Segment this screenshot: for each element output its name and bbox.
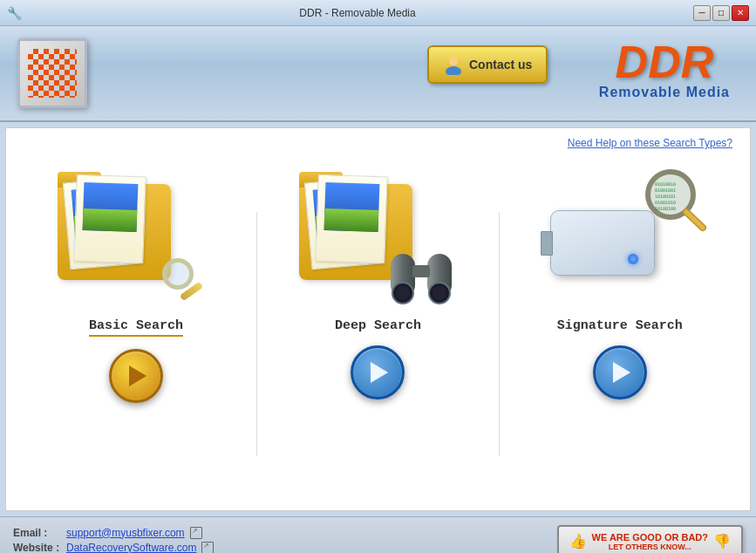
drive-magnifier: 01010010 01001001 10100101 01001010 1010… bbox=[637, 167, 707, 232]
magnifier-icon bbox=[153, 258, 206, 306]
titlebar-controls: ─ □ ✕ bbox=[693, 5, 749, 21]
svg-point-8 bbox=[432, 286, 446, 300]
svg-text:01010010: 01010010 bbox=[655, 181, 676, 187]
website-link[interactable]: DataRecoverySoftware.com bbox=[66, 542, 196, 554]
logo-box bbox=[17, 38, 87, 108]
deep-search-label: Deep Search bbox=[335, 318, 421, 333]
folder-papers-basic bbox=[66, 175, 153, 276]
minimize-button[interactable]: ─ bbox=[693, 5, 711, 21]
svg-text:01001010: 01001010 bbox=[655, 200, 676, 205]
signature-search-play-button[interactable] bbox=[593, 345, 647, 399]
signature-search-label: Signature Search bbox=[557, 318, 683, 333]
deep-search-item: Deep Search bbox=[273, 167, 482, 399]
play-triangle-signature bbox=[613, 362, 630, 383]
website-ext-link-icon[interactable] bbox=[201, 542, 214, 554]
feedback-line1: WE ARE GOOD OR BAD? bbox=[592, 532, 708, 543]
svg-text:01001001: 01001001 bbox=[655, 188, 676, 193]
contact-btn-label: Contact us bbox=[469, 58, 532, 72]
svg-text:10100100: 10100100 bbox=[655, 206, 676, 211]
divider-2 bbox=[499, 212, 500, 456]
website-label: Website : bbox=[13, 542, 61, 554]
signature-search-item: 01010010 01001001 10100101 01001010 1010… bbox=[515, 167, 725, 399]
paper2-basic bbox=[73, 174, 146, 264]
folder-papers-deep bbox=[308, 175, 395, 276]
play-triangle-basic bbox=[129, 365, 146, 386]
binoculars-icon bbox=[386, 241, 456, 306]
basic-search-label: Basic Search bbox=[89, 318, 183, 337]
help-link[interactable]: Need Help on these Search Types? bbox=[6, 128, 750, 149]
paper-image2-deep bbox=[324, 182, 380, 232]
svg-point-0 bbox=[449, 57, 458, 65]
close-button[interactable]: ✕ bbox=[732, 5, 749, 21]
basic-search-play-button[interactable] bbox=[109, 349, 163, 403]
footer-email-row: Email : support@myusbfixer.com bbox=[13, 527, 214, 539]
maximize-button[interactable]: □ bbox=[712, 5, 730, 21]
play-triangle-deep bbox=[371, 362, 388, 383]
logo-pattern bbox=[28, 49, 77, 98]
titlebar-app-icon: 🔧 bbox=[7, 6, 22, 20]
svg-rect-4 bbox=[412, 265, 430, 277]
feedback-button[interactable]: 👍 WE ARE GOOD OR BAD? LET OTHERS KNOW...… bbox=[557, 525, 743, 554]
email-ext-link-icon[interactable] bbox=[190, 527, 202, 539]
basic-search-icon bbox=[58, 167, 215, 306]
signature-search-icon: 01010010 01001001 10100101 01001010 1010… bbox=[533, 167, 707, 306]
divider-1 bbox=[256, 212, 257, 456]
brand-ddr: DDR bbox=[599, 39, 730, 85]
search-options: Basic Search bbox=[6, 149, 750, 510]
feedback-line2: LET OTHERS KNOW... bbox=[592, 543, 708, 551]
main-content: Need Help on these Search Types? bbox=[5, 127, 751, 511]
footer-contact-info: Email : support@myusbfixer.com Website :… bbox=[13, 527, 214, 554]
drive-led bbox=[628, 254, 638, 264]
svg-text:10100101: 10100101 bbox=[655, 194, 676, 199]
deep-search-play-button[interactable] bbox=[351, 345, 405, 399]
deep-search-icon bbox=[299, 167, 456, 306]
contact-us-button[interactable]: Contact us bbox=[427, 45, 548, 84]
paper2-deep bbox=[316, 174, 388, 264]
footer: Email : support@myusbfixer.com Website :… bbox=[0, 516, 756, 553]
paper-image2-basic bbox=[83, 182, 139, 232]
header-brand: DDR Removable Media bbox=[599, 39, 730, 100]
svg-point-1 bbox=[446, 66, 461, 75]
email-link[interactable]: support@myusbfixer.com bbox=[66, 527, 185, 539]
footer-website-row: Website : DataRecoverySoftware.com bbox=[13, 542, 214, 554]
usb-port bbox=[541, 231, 553, 256]
email-label: Email : bbox=[13, 527, 61, 539]
brand-sub: Removable Media bbox=[599, 85, 730, 100]
svg-line-16 bbox=[686, 212, 703, 228]
header: Contact us DDR Removable Media bbox=[0, 26, 756, 122]
titlebar: 🔧 DDR - Removable Media ─ □ ✕ bbox=[0, 0, 756, 26]
person-icon bbox=[443, 54, 464, 75]
magnifier-circle bbox=[162, 258, 194, 290]
titlebar-title: DDR - Removable Media bbox=[22, 7, 693, 19]
svg-point-7 bbox=[396, 286, 410, 300]
basic-search-item: Basic Search bbox=[31, 167, 241, 403]
